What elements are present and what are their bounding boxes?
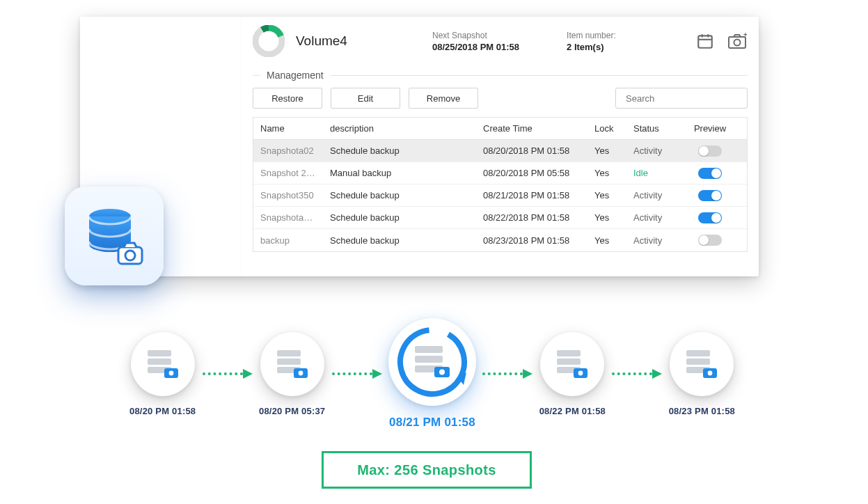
table-row[interactable]: Snapshota02Schedule backup08/20/2018 PM …	[253, 140, 747, 162]
volume-header: Volume4 Next Snapshot 08/25/2018 PM 01:5…	[253, 24, 748, 67]
timeline-arrow	[606, 369, 669, 379]
timeline-node-label: 08/20 PM 05:37	[259, 406, 325, 416]
timeline-node[interactable]: 08/21 PM 01:58	[388, 318, 476, 430]
cell-lock: Yes	[587, 190, 626, 200]
svg-rect-30	[557, 350, 581, 356]
timeline-arrow	[196, 369, 259, 379]
cell-lock: Yes	[587, 168, 626, 178]
timeline-node-label: 08/23 PM 01:58	[669, 406, 735, 416]
volume-donut-icon	[253, 25, 285, 57]
timeline-node[interactable]: 08/23 PM 01:58	[669, 332, 735, 416]
svg-rect-1	[698, 36, 712, 47]
svg-rect-25	[415, 346, 443, 353]
management-section-header: Management	[253, 70, 748, 81]
cell-preview	[685, 212, 735, 223]
timeline-node-circle	[260, 332, 324, 396]
svg-rect-5	[729, 37, 745, 48]
timeline-node-label: 08/21 PM 01:58	[389, 416, 475, 430]
timeline-node-circle	[670, 332, 734, 396]
col-lock[interactable]: Lock	[587, 123, 626, 134]
max-snapshots-label: Max: 256 Snapshots	[357, 462, 496, 478]
svg-rect-14	[148, 359, 171, 365]
cell-create-time: 08/22/2018 PM 01:58	[476, 212, 587, 223]
timeline-node[interactable]: 08/22 PM 01:58	[539, 332, 606, 416]
cell-create-time: 08/20/2018 PM 01:58	[476, 145, 587, 156]
max-snapshots-box: Max: 256 Snapshots	[322, 451, 532, 489]
snapshot-table: Name description Create Time Lock Status…	[253, 117, 748, 252]
cell-preview	[685, 190, 735, 201]
search-box[interactable]	[615, 88, 748, 109]
cell-preview	[685, 235, 735, 246]
cell-name: backup	[253, 235, 323, 246]
next-snapshot-value: 08/25/2018 PM 01:58	[432, 42, 519, 52]
col-name[interactable]: Name	[253, 123, 323, 134]
cell-status: Activity	[626, 190, 685, 200]
svg-point-29	[439, 370, 445, 375]
col-status[interactable]: Status	[626, 123, 685, 134]
management-title: Management	[267, 70, 324, 81]
management-toolbar: Restore Edit Remove	[253, 88, 748, 109]
cell-description: Schedule backup	[323, 212, 476, 223]
item-number-label: Item number:	[567, 31, 616, 40]
remove-button[interactable]: Remove	[409, 88, 478, 109]
preview-toggle[interactable]	[698, 145, 722, 157]
volume-title: Volume4	[296, 33, 421, 49]
svg-rect-35	[686, 350, 710, 356]
table-row[interactable]: Snapshot350Schedule backup08/21/2018 PM …	[253, 184, 747, 207]
cell-name: Snapshot350	[253, 190, 323, 200]
edit-button[interactable]: Edit	[331, 88, 400, 109]
preview-toggle[interactable]	[698, 235, 722, 246]
cell-status: Activity	[626, 145, 685, 156]
preview-toggle[interactable]	[698, 212, 722, 223]
svg-point-22	[298, 370, 303, 375]
next-snapshot-block: Next Snapshot 08/25/2018 PM 01:58	[432, 31, 519, 52]
cell-name: Snapshota02	[253, 145, 323, 156]
table-row[interactable]: Snapshota353Schedule backup08/22/2018 PM…	[253, 207, 747, 229]
timeline-node[interactable]: 08/20 PM 05:37	[259, 332, 325, 416]
timeline-node-circle	[388, 318, 476, 406]
svg-point-6	[734, 40, 741, 46]
cell-lock: Yes	[587, 212, 626, 223]
svg-point-39	[708, 370, 713, 375]
svg-point-34	[578, 370, 583, 375]
restore-button[interactable]: Restore	[253, 88, 322, 109]
cell-name: Snapshot 211	[253, 168, 323, 178]
timeline-node-circle	[131, 332, 195, 396]
cell-create-time: 08/21/2018 PM 01:58	[476, 190, 587, 200]
cell-description: Schedule backup	[323, 145, 476, 156]
table-row[interactable]: Snapshot 211Manual backup08/20/2018 PM 0…	[253, 162, 747, 184]
cell-name: Snapshota353	[253, 212, 323, 223]
snapshot-app-icon	[65, 187, 164, 285]
svg-rect-18	[277, 350, 301, 356]
svg-rect-19	[277, 359, 301, 365]
col-preview[interactable]: Preview	[685, 123, 735, 134]
svg-point-17	[168, 370, 173, 375]
snapshot-timeline: 08/20 PM 01:5808/20 PM 05:3708/21 PM 01:…	[129, 308, 735, 440]
cell-status: Activity	[626, 212, 685, 223]
table-row[interactable]: backupSchedule backup08/23/2018 PM 01:58…	[253, 229, 747, 251]
table-header: Name description Create Time Lock Status…	[253, 118, 747, 140]
panel-main: Volume4 Next Snapshot 08/25/2018 PM 01:5…	[242, 17, 759, 276]
item-number-block: Item number: 2 Item(s)	[567, 31, 616, 52]
cell-preview	[685, 168, 735, 179]
timeline-arrow	[325, 369, 388, 379]
svg-rect-36	[686, 359, 710, 365]
take-snapshot-icon[interactable]: +	[727, 31, 748, 52]
cell-create-time: 08/20/2018 PM 05:58	[476, 168, 587, 178]
cell-preview	[685, 145, 735, 157]
item-number-value: 2 Item(s)	[567, 42, 616, 52]
cell-lock: Yes	[587, 145, 626, 156]
preview-toggle[interactable]	[698, 190, 722, 201]
svg-rect-13	[148, 350, 171, 356]
preview-toggle[interactable]	[698, 168, 722, 179]
svg-text:+: +	[743, 33, 747, 38]
schedule-icon[interactable]	[695, 31, 716, 52]
timeline-arrow	[476, 369, 539, 379]
col-create-time[interactable]: Create Time	[476, 123, 587, 134]
svg-rect-26	[415, 356, 443, 363]
cell-lock: Yes	[587, 235, 626, 246]
cell-status: Idle	[626, 168, 685, 178]
search-input[interactable]	[626, 93, 743, 104]
col-description[interactable]: description	[323, 123, 476, 134]
timeline-node[interactable]: 08/20 PM 01:58	[129, 332, 196, 416]
